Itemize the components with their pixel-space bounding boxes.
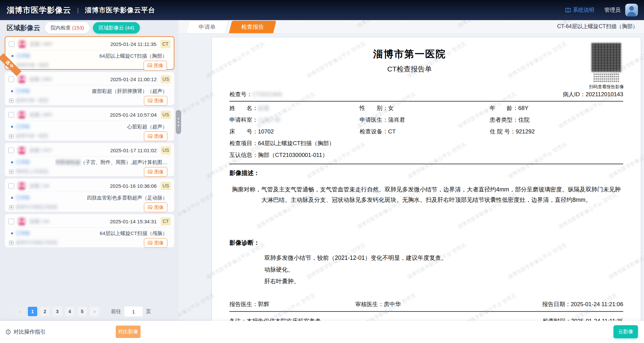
status-dot-icon <box>11 232 13 234</box>
card-checkbox[interactable] <box>8 112 14 118</box>
info-department: 申请科室：心内二科 <box>229 114 360 126</box>
image-button[interactable]: 图像 <box>144 238 167 248</box>
page-unit-label: 页 <box>146 308 151 315</box>
hospital-icon <box>9 170 13 174</box>
exam-time: 2025-01-24 10:57:04 <box>110 112 157 118</box>
hospital-name: 周村区人民医院 <box>15 169 48 175</box>
panel-drag-handle[interactable] <box>176 110 181 134</box>
status-dot-icon <box>11 126 13 128</box>
exam-card[interactable]: 赵嘉 | 642025-01-16 10:36:06US 已审核 淄博市市级机关… <box>5 178 174 212</box>
exam-name: 64层以上螺旋CT扫描（颅脑） <box>100 229 167 238</box>
patient-name: 赵嘉 | 64 <box>30 218 49 225</box>
report-divider <box>229 164 623 164</box>
image-icon <box>148 240 153 245</box>
patient-avatar <box>17 181 26 190</box>
status-dot-icon <box>11 161 13 163</box>
bottom-bar: 对比操作指引 对比影像 云影像 <box>0 321 644 343</box>
card-checkbox[interactable] <box>9 41 14 47</box>
exam-card[interactable]: 赵嘉 | 68Y2025-01-24 10:57:04US 已审核 淄博市第一医… <box>5 107 174 141</box>
diag-lines: 双肺多发微小结节，较前（2021-12-01）变化不明显，建议年度复查。 动脉硬… <box>229 252 623 287</box>
system-help-link[interactable]: 系统说明 <box>565 7 594 14</box>
diag-line: 双肺多发微小结节，较前（2021-12-01）变化不明显，建议年度复查。 <box>229 252 623 264</box>
exam-card[interactable]: 赵嘉 | 642025-01-14 15:34:31CT 已审核 淄博市市级机关… <box>5 214 174 247</box>
info-exam-item: 检查项目：64层以上螺旋CT扫描（胸部） <box>229 137 623 149</box>
diag-line: 动脉硬化。 <box>229 264 623 276</box>
exam-card[interactable]: 赵嘉 | 62Y2025-01-17 11:01:02US 已审核 周村区人民医… <box>5 143 174 176</box>
card-checkbox[interactable] <box>8 183 14 189</box>
tab-exam-report[interactable]: 检查报告 <box>229 21 276 33</box>
tab-regional-cloud-label: 区域影像云 <box>99 25 125 31</box>
report-divider <box>229 101 623 102</box>
exam-name: 64层以上螺旋CT扫描（胸部） <box>99 52 167 60</box>
card-checkbox[interactable] <box>8 219 14 224</box>
compare-guide-label: 对比操作指引 <box>13 329 46 336</box>
info-name: 姓 名：赵嘉 <box>229 102 360 114</box>
hospital-name: 淄博市市级机关医院 <box>15 240 58 246</box>
desc-text: 胸廓对称，气管及主支气管通畅，支气管血管束走行自然。双肺见多发微小结节，边界清，… <box>229 184 623 205</box>
report-id-row: 检查号：CT0021906 病人ID：202112010143 <box>229 91 623 98</box>
card-right-column: 64层以上螺旋CT扫描（胸部） 图像 <box>56 52 170 70</box>
logo-divider: | <box>77 7 79 14</box>
image-button[interactable]: 图像 <box>144 96 167 106</box>
status-dot-icon <box>11 90 13 92</box>
image-button[interactable]: 图像 <box>144 131 167 141</box>
report-title: CT检查报告单 <box>229 64 590 74</box>
page-next-button[interactable]: › <box>90 307 99 316</box>
status-dot-icon <box>11 55 13 57</box>
image-button-label: 图像 <box>154 240 164 246</box>
book-icon <box>565 8 571 13</box>
card-body: 已审核 淄博市第一医院 64层以上螺旋CT扫描（胸部） 图像 <box>9 52 170 70</box>
status-text: 已审核 <box>16 53 30 59</box>
compare-images-button[interactable]: 对比影像 <box>116 326 141 338</box>
app-window: 淄博市医学影像云 | 淄博市医学影像云平台 系统说明 管理员 区域影像云 院内检… <box>0 0 644 343</box>
image-button[interactable]: 图像 <box>144 61 167 70</box>
info-patient-type: 患者类型：住院 <box>490 114 623 126</box>
patient-avatar <box>17 146 26 155</box>
user-avatar[interactable] <box>625 4 638 16</box>
card-checkbox[interactable] <box>8 76 14 82</box>
image-icon <box>148 134 153 139</box>
diagnosis-section: 影像诊断： 双肺多发微小结节，较前（2021-12-01）变化不明显，建议年度复… <box>229 239 623 287</box>
page-button-1[interactable]: 1 <box>28 307 37 316</box>
image-button[interactable]: 图像 <box>144 167 167 177</box>
patient-avatar <box>17 75 26 83</box>
image-button[interactable]: 图像 <box>144 203 167 212</box>
card-divider <box>23 50 170 50</box>
patient-name: 赵嘉 | 62Y <box>30 147 53 154</box>
page-button-3[interactable]: 3 <box>53 307 62 316</box>
pagination: ‹ 1 2 3 4 5 › 前往 页 <box>0 302 178 321</box>
info-mutual-recognition: 互认信息：胸部（CT210300001-011） <box>229 149 623 161</box>
status-text: 已审核 <box>16 88 30 94</box>
app-logo: 淄博市医学影像云 <box>7 5 71 15</box>
image-icon <box>148 205 153 210</box>
tab-hospital-exams-count: (153) <box>72 25 84 31</box>
exam-time: 2025-01-16 10:36:06 <box>110 183 157 189</box>
exam-card[interactable]: 赵嘉 | 68Y2025-01-24 11:00:12US 已审核 淄博市第一医… <box>5 72 174 105</box>
page-button-4[interactable]: 4 <box>65 307 74 316</box>
tab-hospital-exams[interactable]: 院内检查 (153) <box>45 22 90 34</box>
goto-page-input[interactable] <box>124 306 143 317</box>
qr-code-strip <box>594 73 619 82</box>
top-header: 淄博市医学影像云 | 淄博市医学影像云平台 系统说明 管理员 <box>0 0 644 20</box>
hospital-icon <box>9 134 13 138</box>
hospital-icon <box>9 205 13 210</box>
modality-badge: US <box>161 146 171 155</box>
exam-card[interactable]: 赵嘉 | 68Y 2025-01-24 11:11:35 CT 已审核 淄博市第… <box>5 36 174 70</box>
note-row: 备注：本报告仅供本院临床科室参考 检查时间：2025-01-24 11:11:3… <box>229 317 623 321</box>
page-prev-button[interactable]: ‹ <box>15 307 25 316</box>
patient-name: 赵嘉 | 68Y <box>30 41 53 47</box>
card-checkbox[interactable] <box>8 148 14 153</box>
image-button-label: 图像 <box>154 98 164 104</box>
compare-guide-link[interactable]: 对比操作指引 <box>5 329 46 336</box>
page-button-2[interactable]: 2 <box>40 307 50 316</box>
report-doctor: 报告医生：郭辉 <box>229 300 355 308</box>
status-text: 已审核 <box>16 124 30 130</box>
cloud-image-button[interactable]: 云影像 <box>613 325 638 338</box>
page-button-5[interactable]: 5 <box>77 307 87 316</box>
hospital-name: 淄博市第一医院 <box>15 98 48 104</box>
patient-avatar <box>17 110 26 119</box>
tab-hospital-exams-label: 院内检查 <box>51 25 72 31</box>
tab-application-form[interactable]: 申请单 <box>186 21 228 33</box>
tab-regional-cloud[interactable]: 区域影像云 (44) <box>93 22 140 34</box>
report-tabbar: 申请单 检查报告 CT-64层以上螺旋CT扫描（胸部） <box>178 20 644 34</box>
